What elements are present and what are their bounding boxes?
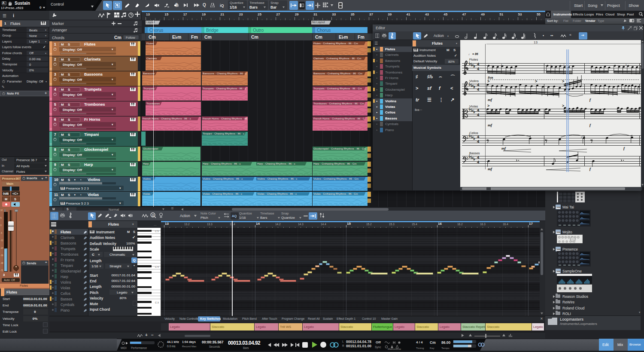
svg-text:>: > — [562, 79, 564, 83]
svg-text:♭: ♭ — [618, 64, 619, 67]
svg-text:>: > — [487, 104, 489, 108]
svg-text:>: > — [562, 104, 564, 108]
svg-text:Q: Q — [152, 214, 155, 217]
svg-text:>: > — [535, 79, 537, 83]
svg-text:♭: ♭ — [563, 63, 565, 67]
svg-text:>: > — [487, 79, 489, 83]
svg-text:♮: ♮ — [626, 63, 627, 67]
svg-text:♮: ♮ — [581, 136, 582, 139]
svg-text:♭: ♭ — [492, 64, 493, 67]
svg-text:♮: ♮ — [550, 64, 552, 67]
svg-text:♮: ♮ — [501, 63, 502, 67]
